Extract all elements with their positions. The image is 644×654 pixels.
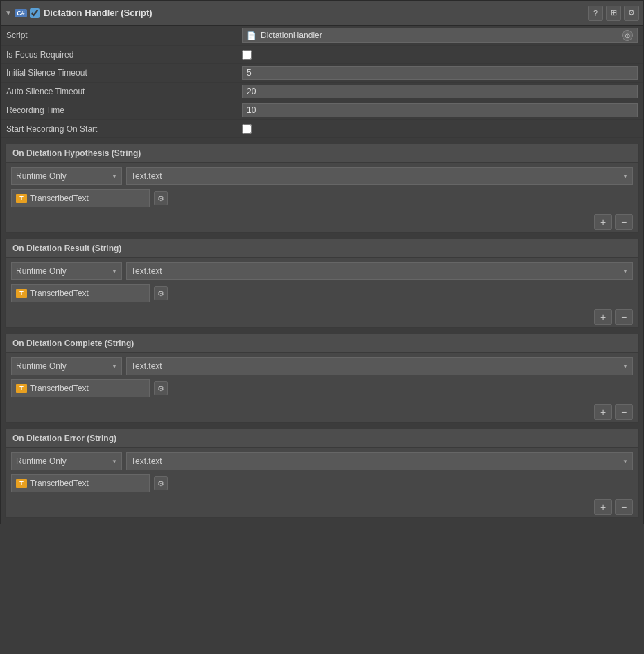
runtime-label-result: Runtime Only: [16, 266, 67, 276]
event-entry-row-result: T TranscribedText ⚙: [11, 284, 633, 302]
component-enabled-checkbox[interactable]: [30, 8, 40, 18]
function-value-error: Text.text: [131, 456, 162, 466]
event-footer-hypothesis: + −: [6, 212, 638, 232]
add-entry-button-error[interactable]: +: [594, 499, 612, 515]
object-settings-btn-result[interactable]: ⚙: [154, 286, 168, 300]
event-entry-row-error: T TranscribedText ⚙: [11, 474, 633, 492]
event-header-complete: On Dictation Complete (String): [6, 334, 638, 353]
function-dropdown-complete[interactable]: Text.text ▼: [126, 357, 633, 375]
event-entry-row-complete: T TranscribedText ⚙: [11, 379, 633, 397]
function-dropdown-arrow-result: ▼: [623, 268, 628, 275]
is-focus-required-checkbox[interactable]: [242, 50, 252, 60]
event-controls-row-error: Runtime Only ▼ Text.text ▼: [11, 452, 633, 470]
event-controls-row-result: Runtime Only ▼ Text.text ▼: [11, 262, 633, 280]
help-icon-button[interactable]: ?: [588, 6, 603, 21]
object-type-icon-complete: T: [16, 384, 27, 393]
remove-entry-button-result[interactable]: −: [615, 309, 633, 325]
function-dropdown-result[interactable]: Text.text ▼: [126, 262, 633, 280]
function-value-result: Text.text: [131, 266, 162, 276]
function-value-hypothesis: Text.text: [131, 171, 162, 181]
component-title: Dictation Handler (Script): [44, 8, 588, 18]
object-name-error: TranscribedText: [30, 479, 89, 488]
event-header-hypothesis: On Dictation Hypothesis (String): [6, 144, 638, 163]
event-section-result: On Dictation Result (String) Runtime Onl…: [5, 239, 639, 328]
function-value-complete: Text.text: [131, 361, 162, 371]
function-dropdown-arrow-hypothesis: ▼: [623, 173, 628, 180]
event-footer-error: + −: [6, 497, 638, 517]
settings-icon-button[interactable]: ⚙: [624, 6, 639, 21]
object-field-error: T TranscribedText: [11, 474, 150, 492]
remove-entry-button-complete[interactable]: −: [615, 404, 633, 420]
runtime-dropdown-hypothesis[interactable]: Runtime Only ▼: [11, 167, 122, 185]
auto-silence-timeout-field[interactable]: [242, 85, 638, 98]
start-recording-on-start-label: Start Recording On Start: [6, 124, 242, 134]
script-row: Script 📄 DictationHandler ⊙: [1, 26, 643, 46]
add-entry-button-complete[interactable]: +: [594, 404, 612, 420]
event-footer-complete: + −: [6, 402, 638, 422]
object-type-icon-hypothesis: T: [16, 194, 27, 203]
object-type-icon-result: T: [16, 289, 27, 298]
runtime-dropdown-arrow-result: ▼: [112, 268, 117, 275]
recording-time-field[interactable]: [242, 103, 638, 117]
events-container: On Dictation Hypothesis (String) Runtime…: [1, 144, 643, 518]
object-settings-btn-error[interactable]: ⚙: [154, 476, 168, 490]
runtime-dropdown-arrow-error: ▼: [112, 458, 117, 465]
object-field-hypothesis: T TranscribedText: [11, 189, 150, 207]
function-dropdown-hypothesis[interactable]: Text.text ▼: [126, 167, 633, 185]
script-label: Script: [6, 31, 242, 40]
add-entry-button-hypothesis[interactable]: +: [594, 214, 612, 230]
header-icons: ? ⊞ ⚙: [588, 6, 639, 21]
object-settings-btn-hypothesis[interactable]: ⚙: [154, 191, 168, 205]
object-field-result: T TranscribedText: [11, 284, 150, 302]
script-select-button[interactable]: ⊙: [622, 30, 633, 41]
collapse-arrow[interactable]: ▼: [5, 9, 12, 17]
component-panel: ▼ C# Dictation Handler (Script) ? ⊞ ⚙ Sc…: [0, 0, 644, 524]
component-header: ▼ C# Dictation Handler (Script) ? ⊞ ⚙: [1, 1, 643, 26]
event-section-complete: On Dictation Complete (String) Runtime O…: [5, 334, 639, 423]
auto-silence-timeout-label: Auto Silence Timeout: [6, 87, 242, 96]
runtime-dropdown-complete[interactable]: Runtime Only ▼: [11, 357, 122, 375]
event-body-complete: Runtime Only ▼ Text.text ▼ T Transcribed…: [6, 353, 638, 402]
object-type-icon-error: T: [16, 479, 27, 488]
object-settings-btn-complete[interactable]: ⚙: [154, 381, 168, 395]
recording-time-input[interactable]: [247, 105, 633, 115]
auto-silence-timeout-row: Auto Silence Timeout: [1, 83, 643, 101]
auto-silence-timeout-input[interactable]: [247, 87, 633, 96]
initial-silence-timeout-input[interactable]: [247, 68, 633, 78]
event-section-error: On Dictation Error (String) Runtime Only…: [5, 429, 639, 518]
event-body-hypothesis: Runtime Only ▼ Text.text ▼ T Transcribed…: [6, 163, 638, 212]
initial-silence-timeout-row: Initial Silence Timeout: [1, 64, 643, 83]
object-field-complete: T TranscribedText: [11, 379, 150, 397]
is-focus-required-label: Is Focus Required: [6, 50, 242, 60]
runtime-label-hypothesis: Runtime Only: [16, 171, 67, 181]
recording-time-row: Recording Time: [1, 101, 643, 120]
script-file-icon: 📄: [247, 31, 256, 40]
object-name-complete: TranscribedText: [30, 384, 89, 393]
object-name-hypothesis: TranscribedText: [30, 193, 89, 203]
runtime-dropdown-result[interactable]: Runtime Only ▼: [11, 262, 122, 280]
function-dropdown-error[interactable]: Text.text ▼: [126, 452, 633, 470]
script-value-field: 📄 DictationHandler ⊙: [242, 28, 638, 43]
start-recording-on-start-checkbox[interactable]: [242, 124, 252, 134]
event-header-error: On Dictation Error (String): [6, 429, 638, 448]
function-dropdown-arrow-complete: ▼: [623, 363, 628, 370]
event-footer-result: + −: [6, 307, 638, 327]
add-entry-button-result[interactable]: +: [594, 309, 612, 325]
recording-time-label: Recording Time: [6, 105, 242, 115]
event-header-result: On Dictation Result (String): [6, 239, 638, 258]
runtime-dropdown-arrow-hypothesis: ▼: [112, 173, 117, 180]
remove-entry-button-hypothesis[interactable]: −: [615, 214, 633, 230]
layout-icon-button[interactable]: ⊞: [606, 6, 621, 21]
event-section-hypothesis: On Dictation Hypothesis (String) Runtime…: [5, 144, 639, 233]
remove-entry-button-error[interactable]: −: [615, 499, 633, 515]
runtime-dropdown-error[interactable]: Runtime Only ▼: [11, 452, 122, 470]
event-entry-row-hypothesis: T TranscribedText ⚙: [11, 189, 633, 207]
runtime-label-complete: Runtime Only: [16, 361, 67, 371]
function-dropdown-arrow-error: ▼: [623, 458, 628, 465]
event-controls-row-hypothesis: Runtime Only ▼ Text.text ▼: [11, 167, 633, 185]
script-name: DictationHandler: [261, 31, 322, 40]
event-body-error: Runtime Only ▼ Text.text ▼ T Transcribed…: [6, 448, 638, 497]
start-recording-on-start-row: Start Recording On Start: [1, 120, 643, 138]
runtime-label-error: Runtime Only: [16, 456, 67, 466]
initial-silence-timeout-field[interactable]: [242, 66, 638, 80]
